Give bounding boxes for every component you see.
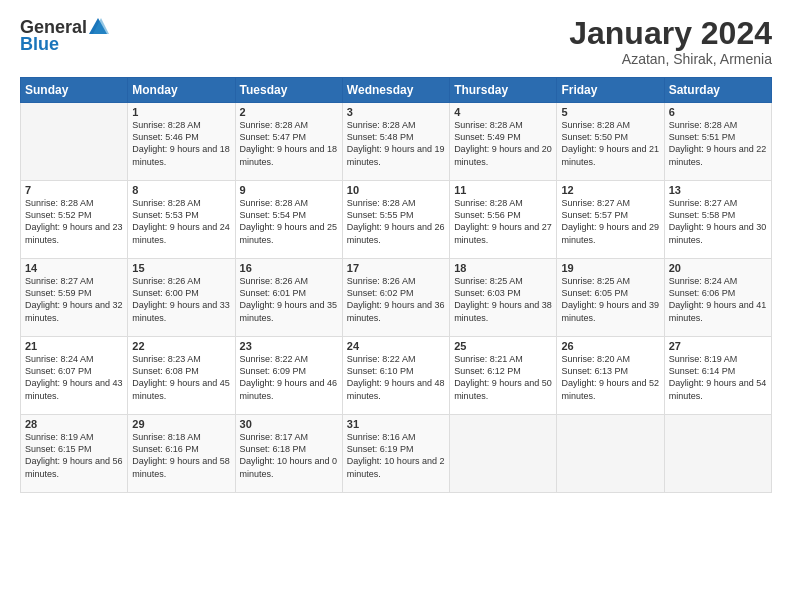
logo-blue: Blue <box>20 34 59 55</box>
cell-details: Sunrise: 8:22 AMSunset: 6:10 PMDaylight:… <box>347 353 445 402</box>
table-row: 27 Sunrise: 8:19 AMSunset: 6:14 PMDaylig… <box>664 337 771 415</box>
header-row: Sunday Monday Tuesday Wednesday Thursday… <box>21 78 772 103</box>
cell-details: Sunrise: 8:28 AMSunset: 5:48 PMDaylight:… <box>347 119 445 168</box>
table-row <box>21 103 128 181</box>
cell-details: Sunrise: 8:28 AMSunset: 5:46 PMDaylight:… <box>132 119 230 168</box>
table-row: 31 Sunrise: 8:16 AMSunset: 6:19 PMDaylig… <box>342 415 449 493</box>
col-sunday: Sunday <box>21 78 128 103</box>
day-number: 13 <box>669 184 767 196</box>
table-row: 17 Sunrise: 8:26 AMSunset: 6:02 PMDaylig… <box>342 259 449 337</box>
day-number: 25 <box>454 340 552 352</box>
day-number: 19 <box>561 262 659 274</box>
calendar-week-3: 21 Sunrise: 8:24 AMSunset: 6:07 PMDaylig… <box>21 337 772 415</box>
cell-details: Sunrise: 8:19 AMSunset: 6:15 PMDaylight:… <box>25 431 123 480</box>
table-row: 18 Sunrise: 8:25 AMSunset: 6:03 PMDaylig… <box>450 259 557 337</box>
col-wednesday: Wednesday <box>342 78 449 103</box>
cell-details: Sunrise: 8:21 AMSunset: 6:12 PMDaylight:… <box>454 353 552 402</box>
table-row: 21 Sunrise: 8:24 AMSunset: 6:07 PMDaylig… <box>21 337 128 415</box>
day-number: 31 <box>347 418 445 430</box>
cell-details: Sunrise: 8:24 AMSunset: 6:06 PMDaylight:… <box>669 275 767 324</box>
day-number: 2 <box>240 106 338 118</box>
table-row: 3 Sunrise: 8:28 AMSunset: 5:48 PMDayligh… <box>342 103 449 181</box>
cell-details: Sunrise: 8:26 AMSunset: 6:00 PMDaylight:… <box>132 275 230 324</box>
table-row: 30 Sunrise: 8:17 AMSunset: 6:18 PMDaylig… <box>235 415 342 493</box>
cell-details: Sunrise: 8:27 AMSunset: 5:57 PMDaylight:… <box>561 197 659 246</box>
table-row: 24 Sunrise: 8:22 AMSunset: 6:10 PMDaylig… <box>342 337 449 415</box>
day-number: 26 <box>561 340 659 352</box>
table-row: 19 Sunrise: 8:25 AMSunset: 6:05 PMDaylig… <box>557 259 664 337</box>
col-tuesday: Tuesday <box>235 78 342 103</box>
day-number: 4 <box>454 106 552 118</box>
day-number: 5 <box>561 106 659 118</box>
table-row: 1 Sunrise: 8:28 AMSunset: 5:46 PMDayligh… <box>128 103 235 181</box>
calendar-table: Sunday Monday Tuesday Wednesday Thursday… <box>20 77 772 493</box>
day-number: 24 <box>347 340 445 352</box>
table-row: 13 Sunrise: 8:27 AMSunset: 5:58 PMDaylig… <box>664 181 771 259</box>
day-number: 7 <box>25 184 123 196</box>
calendar-week-2: 14 Sunrise: 8:27 AMSunset: 5:59 PMDaylig… <box>21 259 772 337</box>
table-row: 20 Sunrise: 8:24 AMSunset: 6:06 PMDaylig… <box>664 259 771 337</box>
day-number: 9 <box>240 184 338 196</box>
table-row: 14 Sunrise: 8:27 AMSunset: 5:59 PMDaylig… <box>21 259 128 337</box>
table-row: 5 Sunrise: 8:28 AMSunset: 5:50 PMDayligh… <box>557 103 664 181</box>
day-number: 3 <box>347 106 445 118</box>
cell-details: Sunrise: 8:26 AMSunset: 6:01 PMDaylight:… <box>240 275 338 324</box>
cell-details: Sunrise: 8:28 AMSunset: 5:47 PMDaylight:… <box>240 119 338 168</box>
table-row: 29 Sunrise: 8:18 AMSunset: 6:16 PMDaylig… <box>128 415 235 493</box>
col-friday: Friday <box>557 78 664 103</box>
cell-details: Sunrise: 8:22 AMSunset: 6:09 PMDaylight:… <box>240 353 338 402</box>
table-row: 9 Sunrise: 8:28 AMSunset: 5:54 PMDayligh… <box>235 181 342 259</box>
title-block: January 2024 Azatan, Shirak, Armenia <box>569 16 772 67</box>
cell-details: Sunrise: 8:16 AMSunset: 6:19 PMDaylight:… <box>347 431 445 480</box>
table-row: 7 Sunrise: 8:28 AMSunset: 5:52 PMDayligh… <box>21 181 128 259</box>
day-number: 16 <box>240 262 338 274</box>
table-row: 6 Sunrise: 8:28 AMSunset: 5:51 PMDayligh… <box>664 103 771 181</box>
table-row: 11 Sunrise: 8:28 AMSunset: 5:56 PMDaylig… <box>450 181 557 259</box>
day-number: 27 <box>669 340 767 352</box>
cell-details: Sunrise: 8:28 AMSunset: 5:56 PMDaylight:… <box>454 197 552 246</box>
day-number: 17 <box>347 262 445 274</box>
day-number: 8 <box>132 184 230 196</box>
cell-details: Sunrise: 8:28 AMSunset: 5:54 PMDaylight:… <box>240 197 338 246</box>
table-row <box>450 415 557 493</box>
cell-details: Sunrise: 8:28 AMSunset: 5:52 PMDaylight:… <box>25 197 123 246</box>
day-number: 20 <box>669 262 767 274</box>
table-row <box>664 415 771 493</box>
day-number: 11 <box>454 184 552 196</box>
table-row: 22 Sunrise: 8:23 AMSunset: 6:08 PMDaylig… <box>128 337 235 415</box>
table-row: 16 Sunrise: 8:26 AMSunset: 6:01 PMDaylig… <box>235 259 342 337</box>
month-title: January 2024 <box>569 16 772 51</box>
table-row: 25 Sunrise: 8:21 AMSunset: 6:12 PMDaylig… <box>450 337 557 415</box>
cell-details: Sunrise: 8:18 AMSunset: 6:16 PMDaylight:… <box>132 431 230 480</box>
day-number: 15 <box>132 262 230 274</box>
day-number: 21 <box>25 340 123 352</box>
table-row: 4 Sunrise: 8:28 AMSunset: 5:49 PMDayligh… <box>450 103 557 181</box>
day-number: 23 <box>240 340 338 352</box>
calendar-week-1: 7 Sunrise: 8:28 AMSunset: 5:52 PMDayligh… <box>21 181 772 259</box>
cell-details: Sunrise: 8:20 AMSunset: 6:13 PMDaylight:… <box>561 353 659 402</box>
day-number: 6 <box>669 106 767 118</box>
day-number: 1 <box>132 106 230 118</box>
cell-details: Sunrise: 8:17 AMSunset: 6:18 PMDaylight:… <box>240 431 338 480</box>
header: General Blue January 2024 Azatan, Shirak… <box>20 16 772 67</box>
logo: General Blue <box>20 16 109 55</box>
cell-details: Sunrise: 8:28 AMSunset: 5:53 PMDaylight:… <box>132 197 230 246</box>
table-row: 12 Sunrise: 8:27 AMSunset: 5:57 PMDaylig… <box>557 181 664 259</box>
day-number: 29 <box>132 418 230 430</box>
calendar-week-4: 28 Sunrise: 8:19 AMSunset: 6:15 PMDaylig… <box>21 415 772 493</box>
day-number: 14 <box>25 262 123 274</box>
day-number: 10 <box>347 184 445 196</box>
cell-details: Sunrise: 8:27 AMSunset: 5:58 PMDaylight:… <box>669 197 767 246</box>
table-row: 28 Sunrise: 8:19 AMSunset: 6:15 PMDaylig… <box>21 415 128 493</box>
cell-details: Sunrise: 8:26 AMSunset: 6:02 PMDaylight:… <box>347 275 445 324</box>
cell-details: Sunrise: 8:25 AMSunset: 6:05 PMDaylight:… <box>561 275 659 324</box>
day-number: 30 <box>240 418 338 430</box>
cell-details: Sunrise: 8:28 AMSunset: 5:50 PMDaylight:… <box>561 119 659 168</box>
col-saturday: Saturday <box>664 78 771 103</box>
cell-details: Sunrise: 8:25 AMSunset: 6:03 PMDaylight:… <box>454 275 552 324</box>
col-monday: Monday <box>128 78 235 103</box>
cell-details: Sunrise: 8:24 AMSunset: 6:07 PMDaylight:… <box>25 353 123 402</box>
cell-details: Sunrise: 8:28 AMSunset: 5:51 PMDaylight:… <box>669 119 767 168</box>
table-row <box>557 415 664 493</box>
table-row: 10 Sunrise: 8:28 AMSunset: 5:55 PMDaylig… <box>342 181 449 259</box>
